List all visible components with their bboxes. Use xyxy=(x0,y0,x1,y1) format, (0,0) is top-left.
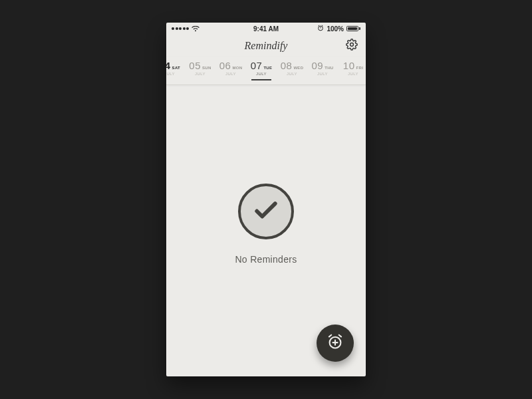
date-day: 07 xyxy=(251,60,263,71)
date-item[interactable]: 04SATJULY xyxy=(166,60,185,76)
alarm-indicator-icon xyxy=(317,25,324,33)
date-dayofweek: MON xyxy=(232,66,242,70)
battery-icon xyxy=(346,26,360,31)
date-day: 08 xyxy=(281,60,293,71)
date-month: JULY xyxy=(166,72,185,76)
svg-line-2 xyxy=(319,25,320,26)
date-month: JULY xyxy=(277,72,307,76)
phone-screen: 9:41 AM 100% Remindify xyxy=(166,23,366,376)
date-item[interactable]: 07TUEJULY xyxy=(246,60,277,76)
date-item[interactable]: 05SUNJULY xyxy=(185,60,215,76)
date-day: 04 xyxy=(166,60,171,71)
date-item[interactable]: 06MONJULY xyxy=(215,60,246,76)
date-item[interactable]: 10FRIJULY xyxy=(338,60,366,76)
date-month: JULY xyxy=(307,72,338,76)
status-time: 9:41 AM xyxy=(253,25,279,33)
app-title: Remindify xyxy=(245,40,288,52)
date-day: 09 xyxy=(312,60,324,71)
date-dayofweek: FRI xyxy=(356,66,364,70)
checkmark-icon xyxy=(251,196,281,227)
svg-line-9 xyxy=(339,335,341,337)
svg-line-8 xyxy=(329,335,331,337)
date-day: 10 xyxy=(343,60,355,71)
status-bar: 9:41 AM 100% xyxy=(166,23,366,35)
date-dayofweek: THU xyxy=(325,66,333,70)
empty-state-circle xyxy=(238,184,294,239)
date-item[interactable]: 08WEDJULY xyxy=(277,60,307,76)
status-right: 100% xyxy=(317,25,360,33)
gear-icon xyxy=(346,39,358,53)
date-month: JULY xyxy=(215,72,246,76)
date-dayofweek: SAT xyxy=(172,66,180,70)
date-dayofweek: SUN xyxy=(202,66,211,70)
settings-button[interactable] xyxy=(344,39,359,53)
svg-line-3 xyxy=(322,25,323,26)
date-month: JULY xyxy=(246,72,277,76)
date-dayofweek: TUE xyxy=(263,66,272,70)
signal-strength-icon xyxy=(172,27,189,30)
date-month: JULY xyxy=(338,72,366,76)
empty-state-text: No Reminders xyxy=(235,254,297,265)
date-strip[interactable]: 04SATJULY05SUNJULY06MONJULY07TUEJULY08WE… xyxy=(166,57,366,85)
battery-percentage: 100% xyxy=(327,25,344,33)
add-reminder-button[interactable] xyxy=(317,325,354,362)
status-left xyxy=(172,26,200,32)
date-day: 06 xyxy=(219,60,231,71)
date-month: JULY xyxy=(185,72,215,76)
date-dayofweek: WED xyxy=(293,66,303,70)
wifi-icon xyxy=(192,26,200,32)
date-day: 05 xyxy=(189,60,201,71)
date-item[interactable]: 09THUJULY xyxy=(307,60,338,76)
app-header: Remindify xyxy=(166,35,366,57)
alarm-add-icon xyxy=(326,332,344,354)
svg-point-4 xyxy=(350,43,354,47)
